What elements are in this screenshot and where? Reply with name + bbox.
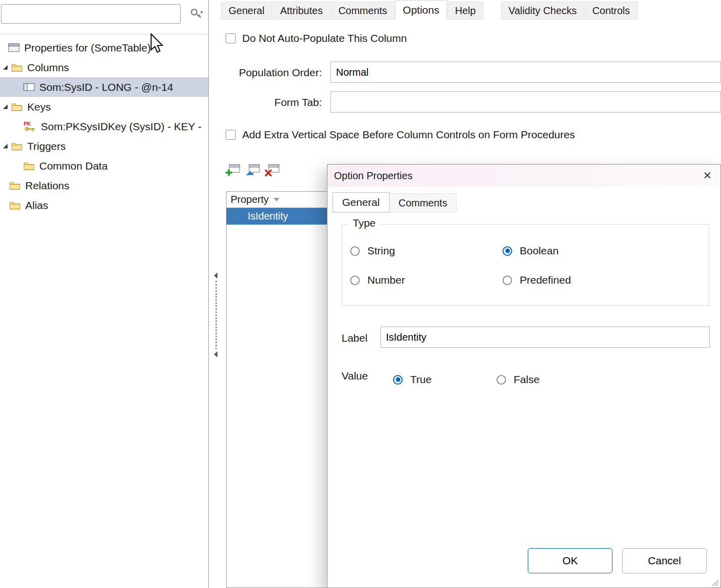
option-properties-dialog: Option Properties ✕ General Comments Typ… [327, 164, 721, 588]
auto-populate-checkbox[interactable] [226, 33, 236, 43]
population-order-label: Population Order: [226, 67, 322, 79]
property-row-label: IsIdentity [248, 210, 288, 222]
radio-false[interactable]: False [496, 373, 539, 386]
radio-circle-icon[interactable] [503, 246, 512, 256]
radio-label: Predefined [520, 274, 571, 286]
extra-space-label: Add Extra Vertical Space Before Column C… [242, 129, 575, 141]
ok-button[interactable]: OK [528, 548, 613, 573]
radio-label: Number [367, 274, 405, 286]
radio-circle-icon[interactable] [496, 375, 506, 385]
radio-predefined[interactable]: Predefined [503, 274, 571, 286]
dialog-titlebar[interactable]: Option Properties [327, 165, 720, 187]
tree-item-triggers[interactable]: Triggers [0, 136, 208, 156]
tab-general[interactable]: General [221, 2, 272, 20]
radio-label: False [514, 373, 539, 386]
tab-controls[interactable]: Controls [585, 2, 637, 20]
tree-item-relations[interactable]: Relations [0, 176, 208, 195]
panel-separator [0, 34, 209, 34]
tree-panel: Properties for (SomeTable) Columns Som:S… [0, 0, 209, 588]
radio-circle-icon[interactable] [350, 246, 360, 256]
splitter-dots [215, 281, 217, 349]
radio-label: True [410, 373, 431, 386]
tree-item-label: Common Data [39, 160, 107, 172]
radio-label: Boolean [520, 245, 559, 257]
radio-string[interactable]: String [350, 245, 395, 257]
collapse-arrow-icon[interactable] [3, 144, 11, 148]
tree-item-label: Alias [25, 199, 48, 211]
tree-item-label: Properties for (SomeTable) [24, 42, 151, 54]
key-search-button[interactable] [186, 5, 208, 23]
tab-options[interactable]: Options [395, 0, 447, 20]
value-caption: Value [342, 370, 368, 382]
delete-property-button[interactable] [264, 164, 280, 177]
folder-icon [23, 161, 35, 171]
tree-item-label: Keys [27, 101, 51, 113]
tree-item-pk-key[interactable]: Som:PKSysIDKey (SysID) - KEY - [0, 117, 208, 136]
splitter-collapse-arrow-icon[interactable] [214, 351, 217, 357]
dialog-close-button[interactable]: ✕ [698, 167, 716, 184]
tree-search-input[interactable] [1, 4, 181, 24]
tab-attributes[interactable]: Attributes [272, 2, 330, 20]
tab-validity-checks[interactable]: Validity Checks [501, 2, 584, 20]
column-icon [23, 82, 35, 92]
auto-populate-label: Do Not Auto-Populate This Column [242, 32, 407, 44]
property-header-label: Property [231, 194, 269, 205]
tree-item-label: Relations [25, 180, 70, 192]
splitter-collapse-arrow-icon[interactable] [214, 273, 217, 279]
delete-property-icon [264, 164, 280, 177]
population-order-input[interactable] [330, 62, 721, 83]
search-key-icon [190, 8, 204, 20]
tree-item-keys[interactable]: Keys [0, 97, 208, 117]
change-property-icon [245, 164, 260, 177]
folder-icon [9, 200, 21, 210]
tree-item-sysid-column[interactable]: Som:SysID - LONG - @n-14 [0, 77, 208, 97]
add-property-button[interactable] [225, 164, 240, 177]
tab-help[interactable]: Help [448, 2, 483, 20]
folder-icon [9, 181, 21, 190]
extra-space-checkbox[interactable] [226, 130, 236, 140]
label-caption: Label [342, 332, 367, 344]
folder-icon [11, 102, 23, 112]
tree-item-label: Som:SysID - LONG - @n-14 [39, 81, 173, 93]
radio-circle-icon[interactable] [503, 276, 512, 285]
tree-item-label: Som:PKSysIDKey (SysID) - KEY - [41, 121, 201, 133]
type-groupbox-legend: Type [348, 217, 380, 229]
tab-comments[interactable]: Comments [331, 2, 395, 20]
change-property-button[interactable] [245, 164, 260, 177]
panel-splitter[interactable] [212, 273, 219, 357]
radio-label: String [367, 245, 395, 257]
auto-populate-checkbox-row: Do Not Auto-Populate This Column [226, 32, 407, 44]
properties-window-icon [8, 43, 20, 52]
folder-icon [11, 141, 23, 151]
folder-icon [11, 63, 23, 72]
form-tab-label: Form Tab: [226, 96, 322, 109]
dialog-tabbar: General Comments [332, 192, 457, 212]
column-properties-tabbar: General Attributes Comments Options Help… [221, 0, 638, 20]
add-property-icon [225, 164, 240, 177]
resize-grip[interactable] [710, 578, 719, 587]
extra-space-checkbox-row: Add Extra Vertical Space Before Column C… [226, 129, 575, 141]
collapse-arrow-icon[interactable] [3, 104, 11, 109]
cancel-button[interactable]: Cancel [622, 548, 707, 573]
dialog-title: Option Properties [334, 170, 413, 182]
form-tab-input[interactable] [330, 91, 721, 113]
radio-circle-icon[interactable] [350, 276, 360, 285]
collapse-arrow-icon[interactable] [3, 65, 11, 70]
dialog-tab-comments[interactable]: Comments [390, 193, 457, 212]
radio-circle-icon[interactable] [393, 375, 403, 385]
tree-item-alias[interactable]: Alias [0, 195, 208, 215]
close-icon: ✕ [703, 170, 712, 181]
property-toolbar [225, 164, 280, 177]
primary-key-icon [23, 121, 36, 132]
radio-number[interactable]: Number [350, 274, 405, 286]
radio-boolean[interactable]: Boolean [503, 245, 559, 257]
tree-item-label: Columns [27, 62, 69, 74]
dialog-tab-general[interactable]: General [332, 192, 390, 212]
tree-item-columns[interactable]: Columns [0, 58, 208, 77]
properties-tree: Properties for (SomeTable) Columns Som:S… [0, 38, 208, 215]
label-input[interactable] [380, 327, 710, 348]
tree-item-root[interactable]: Properties for (SomeTable) [0, 38, 208, 58]
radio-true[interactable]: True [393, 373, 431, 386]
tree-item-common-data[interactable]: Common Data [0, 156, 208, 176]
type-groupbox: Type String Boolean Number Predefined [342, 224, 709, 306]
